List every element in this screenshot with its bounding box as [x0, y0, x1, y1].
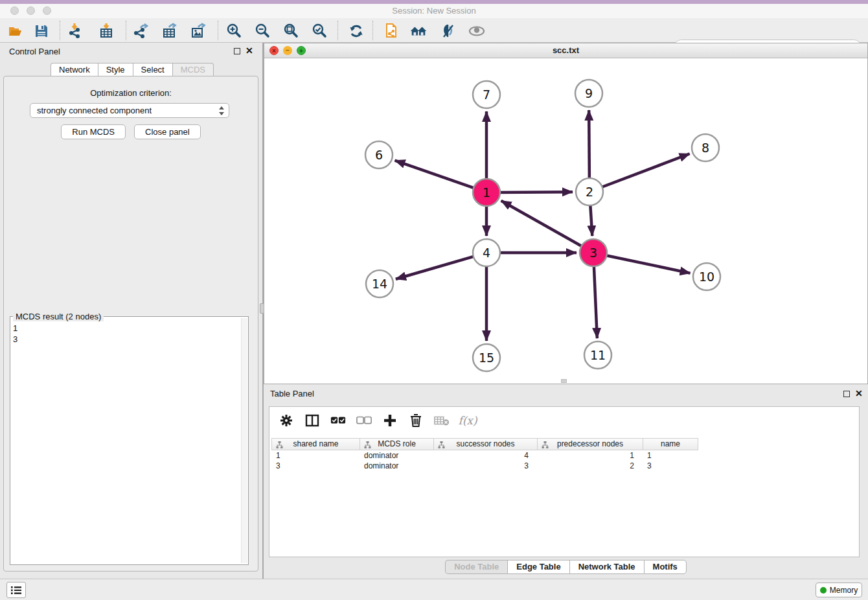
graph-edge-3-11[interactable]: [594, 265, 597, 338]
graph-edge-2-3[interactable]: [590, 204, 592, 236]
tab-style[interactable]: Style: [98, 63, 133, 76]
delete-icon[interactable]: [408, 413, 424, 428]
table-row[interactable]: 1 dominator 4 1 1: [272, 450, 856, 461]
cell-shared-name[interactable]: 3: [272, 461, 360, 471]
run-mcds-button[interactable]: Run MCDS: [61, 124, 126, 139]
memory-label: Memory: [830, 586, 858, 595]
graph-edge-1-6[interactable]: [395, 161, 475, 189]
graph-edge-3-10[interactable]: [606, 255, 691, 273]
tab-network-table[interactable]: Network Table: [569, 560, 644, 574]
gear-icon[interactable]: [279, 413, 294, 428]
float-panel-icon[interactable]: [234, 48, 240, 54]
graph-edge-4-14[interactable]: [396, 256, 475, 279]
table-tabs: Node Table Edge Table Network Table Moti…: [264, 560, 868, 574]
status-bar: Memory: [0, 579, 868, 600]
network-canvas[interactable]: 7968124314101511: [264, 58, 867, 384]
column-header-name[interactable]: name: [643, 438, 698, 450]
tab-motifs[interactable]: Motifs: [644, 560, 687, 574]
close-panel-icon[interactable]: ✕: [246, 45, 253, 56]
mcds-result-text[interactable]: 1 3: [13, 323, 240, 563]
function-builder-icon: f(x): [460, 413, 475, 428]
graph-edge-3-1[interactable]: [501, 201, 583, 247]
tab-network[interactable]: Network: [51, 63, 98, 76]
cell-mcds-role[interactable]: dominator: [360, 461, 434, 471]
cell-name[interactable]: 3: [643, 461, 698, 471]
add-icon[interactable]: [382, 413, 398, 428]
svg-text:4: 4: [483, 246, 490, 260]
eye-icon[interactable]: [468, 22, 486, 40]
network-graph[interactable]: 7968124314101511: [264, 58, 867, 384]
hide-details-icon[interactable]: [439, 22, 457, 40]
cell-successor-nodes[interactable]: 4: [434, 450, 538, 461]
graph-node-8[interactable]: 8: [692, 134, 719, 161]
new-network-file-icon[interactable]: [382, 22, 400, 40]
cell-mcds-role[interactable]: dominator: [360, 450, 434, 461]
column-header-successor-nodes[interactable]: successor nodes: [434, 438, 538, 450]
graph-node-9[interactable]: 9: [575, 80, 602, 107]
graph-edge-2-8[interactable]: [601, 154, 690, 187]
table-panel-title: Table Panel: [270, 389, 314, 398]
table-body: 1 dominator 4 1 1 3 dominator 3 2 3: [272, 450, 856, 471]
svg-text:10: 10: [699, 270, 714, 284]
optimization-criterion-label: Optimization criterion:: [4, 88, 258, 98]
tab-select[interactable]: Select: [133, 63, 172, 76]
graph-node-4[interactable]: 4: [473, 239, 500, 266]
graph-node-3[interactable]: 3: [580, 239, 607, 266]
float-table-panel-icon[interactable]: [843, 391, 850, 397]
export-table-icon[interactable]: [161, 22, 179, 40]
refresh-icon[interactable]: [347, 22, 365, 40]
tab-node-table[interactable]: Node Table: [445, 560, 507, 574]
task-history-button[interactable]: [6, 582, 26, 598]
column-header-mcds-role[interactable]: MCDS role: [360, 438, 434, 450]
cell-successor-nodes[interactable]: 3: [434, 461, 538, 471]
column-header-predecessor-nodes[interactable]: predecessor nodes: [538, 438, 643, 450]
toolbar-separator: [126, 21, 126, 40]
graph-node-15[interactable]: 15: [473, 344, 500, 371]
graph-node-7[interactable]: 7: [473, 81, 500, 108]
hierarchy-icon: [276, 441, 283, 448]
node-table-container: f(x) shared name MCDS role successor nod…: [269, 406, 860, 557]
tab-edge-table[interactable]: Edge Table: [507, 560, 569, 574]
memory-status-icon: [820, 587, 827, 594]
graph-node-10[interactable]: 10: [693, 263, 720, 290]
cell-shared-name[interactable]: 1: [272, 450, 360, 461]
close-table-panel-icon[interactable]: ✕: [855, 388, 863, 398]
deselect-all-icon[interactable]: [356, 413, 372, 428]
graph-edge-1-2[interactable]: [499, 192, 573, 192]
result-scrollbar[interactable]: [241, 318, 247, 563]
column-view-icon[interactable]: [304, 413, 320, 428]
cell-predecessor-nodes[interactable]: 2: [538, 461, 643, 471]
zoom-selected-icon[interactable]: [311, 22, 329, 40]
home-icon[interactable]: [409, 22, 428, 40]
delete-table-icon: [434, 413, 450, 428]
save-session-icon[interactable]: [32, 22, 51, 40]
zoom-out-icon[interactable]: [254, 22, 272, 40]
table-row[interactable]: 3 dominator 3 2 3: [272, 461, 856, 471]
cell-predecessor-nodes[interactable]: 1: [538, 450, 643, 461]
select-all-icon[interactable]: [330, 413, 346, 428]
export-image-icon[interactable]: [189, 22, 207, 40]
criterion-select[interactable]: strongly connected component: [30, 103, 229, 118]
hierarchy-icon: [542, 441, 549, 448]
cell-name[interactable]: 1: [643, 450, 698, 461]
graph-node-14[interactable]: 14: [366, 270, 393, 297]
export-network-icon[interactable]: [132, 22, 150, 40]
svg-text:7: 7: [483, 87, 490, 102]
graph-node-11[interactable]: 11: [584, 341, 611, 369]
graph-edge-2-9[interactable]: [589, 110, 589, 179]
mcds-panel: Optimization criterion: strongly connect…: [3, 76, 258, 571]
open-session-icon[interactable]: [6, 22, 25, 40]
graph-node-6[interactable]: 6: [365, 141, 393, 168]
mcds-result-group: MCDS result (2 nodes) 1 3: [10, 316, 249, 565]
import-table-icon[interactable]: [97, 22, 115, 40]
import-network-icon[interactable]: [67, 22, 86, 40]
canvas-scrollbar-thumb[interactable]: [561, 379, 567, 383]
column-header-shared-name[interactable]: shared name: [271, 438, 360, 450]
close-panel-button[interactable]: Close panel: [134, 124, 201, 139]
graph-node-2[interactable]: 2: [576, 178, 603, 205]
zoom-in-icon[interactable]: [225, 22, 244, 40]
zoom-fit-icon[interactable]: [282, 22, 301, 40]
memory-button[interactable]: Memory: [816, 583, 862, 597]
graph-node-1[interactable]: 1: [473, 179, 500, 206]
hierarchy-icon: [364, 441, 371, 448]
